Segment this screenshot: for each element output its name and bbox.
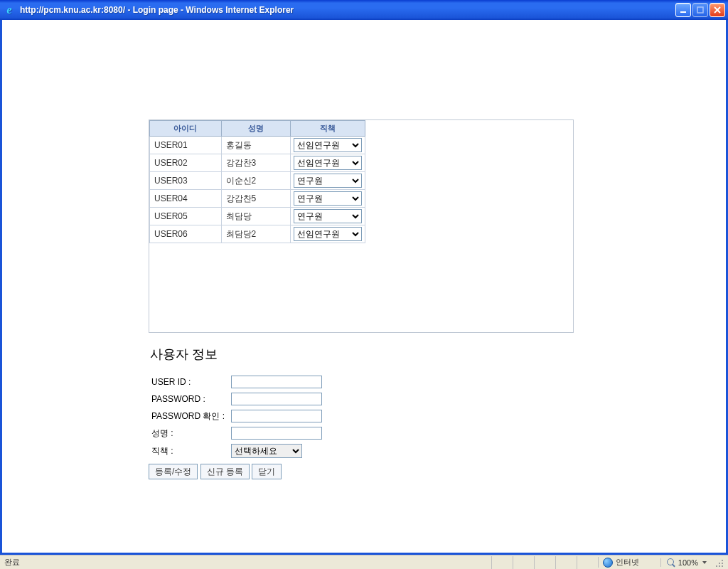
internet-zone-label: 인터넷 (616, 557, 639, 568)
label-role: 직책 : (150, 442, 228, 459)
close-form-button[interactable]: 닫기 (252, 464, 282, 479)
role-field[interactable]: 선택하세요 (231, 444, 302, 458)
status-text: 완료 (3, 557, 20, 568)
close-button[interactable] (710, 3, 725, 17)
user-list-panel: 아이디 성명 직책 USER01 홍길동 선임연구원 USER02 (149, 119, 574, 333)
page-content: 아이디 성명 직책 USER01 홍길동 선임연구원 USER02 (0, 20, 728, 555)
cell-id: USER02 (150, 154, 222, 172)
ie-icon: e (3, 4, 16, 16)
user-form: USER ID : PASSWORD : PASSWORD 확인 : 성명 : … (149, 373, 325, 461)
cell-id: USER01 (150, 137, 222, 154)
cell-name: 강감찬5 (221, 190, 290, 208)
form-button-row: 등록/수정 신규 등록 닫기 (149, 464, 574, 479)
svg-rect-1 (697, 7, 703, 13)
label-name: 성명 : (150, 425, 228, 441)
chevron-down-icon (702, 561, 707, 564)
save-button[interactable]: 등록/수정 (149, 464, 198, 479)
role-select[interactable]: 연구원 (294, 191, 362, 206)
table-row[interactable]: USER05 최담당 연구원 (150, 208, 365, 225)
role-select[interactable]: 선임연구원 (294, 156, 362, 170)
cell-name: 홍길동 (221, 137, 290, 154)
header-id: 아이디 (150, 121, 222, 137)
role-select[interactable]: 선임연구원 (294, 227, 362, 241)
table-row[interactable]: USER06 최담당2 선임연구원 (150, 225, 365, 243)
user-table-header-row: 아이디 성명 직책 (150, 121, 365, 137)
label-user-id: USER ID : (150, 374, 228, 390)
name-field[interactable] (231, 427, 322, 440)
cell-name: 이순신2 (221, 172, 290, 190)
label-password-confirm: PASSWORD 확인 : (150, 408, 228, 424)
status-panes (491, 556, 598, 569)
window-titlebar: e http://pcm.knu.ac.kr:8080/ - Login pag… (0, 0, 728, 20)
cell-id: USER03 (150, 172, 222, 190)
maximize-button[interactable] (692, 3, 708, 17)
svg-rect-0 (680, 11, 686, 13)
table-row[interactable]: USER03 이순신2 연구원 (150, 172, 365, 190)
header-name: 성명 (221, 121, 290, 137)
user-table: 아이디 성명 직책 USER01 홍길동 선임연구원 USER02 (149, 120, 365, 243)
table-row[interactable]: USER04 강감찬5 연구원 (150, 190, 365, 208)
magnifier-icon (667, 558, 675, 567)
cell-name: 강감찬3 (221, 154, 290, 172)
role-select[interactable]: 연구원 (294, 174, 362, 188)
status-bar: 완료 인터넷 100% (0, 555, 728, 569)
internet-zone-pane[interactable]: 인터넷 (598, 557, 660, 568)
table-row[interactable]: USER01 홍길동 선임연구원 (150, 137, 365, 154)
cell-name: 최담당2 (221, 225, 290, 243)
window-controls (675, 3, 725, 17)
cell-id: USER04 (150, 190, 222, 208)
cell-id: USER05 (150, 208, 222, 225)
new-button[interactable]: 신규 등록 (200, 464, 250, 479)
password-field[interactable] (231, 393, 322, 405)
user-id-field[interactable] (231, 376, 322, 388)
header-role: 직책 (290, 121, 365, 137)
zoom-level: 100% (678, 558, 698, 567)
resize-grip[interactable] (715, 558, 725, 568)
minimize-button[interactable] (675, 3, 691, 17)
role-select[interactable]: 연구원 (294, 209, 362, 223)
password-confirm-field[interactable] (231, 410, 322, 422)
zoom-pane[interactable]: 100% (660, 558, 712, 567)
table-row[interactable]: USER02 강감찬3 선임연구원 (150, 154, 365, 172)
section-title: 사용자 정보 (150, 346, 574, 363)
label-password: PASSWORD : (150, 391, 228, 407)
cell-id: USER06 (150, 225, 222, 243)
window-title: http://pcm.knu.ac.kr:8080/ - Login page … (20, 5, 675, 15)
role-select[interactable]: 선임연구원 (294, 138, 362, 152)
cell-name: 최담당 (221, 208, 290, 225)
globe-icon (603, 558, 613, 568)
